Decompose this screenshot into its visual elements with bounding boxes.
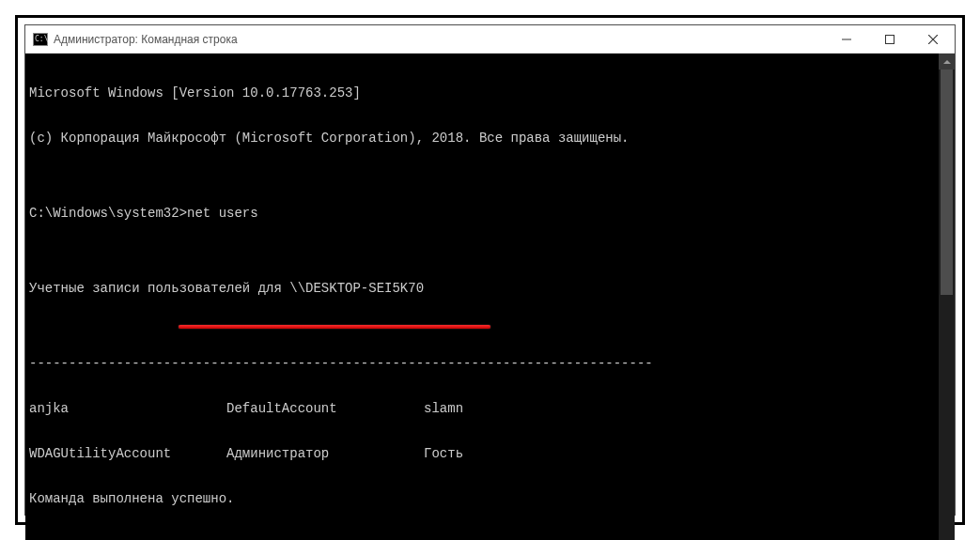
terminal-line: (c) Корпорация Майкрософт (Microsoft Cor… <box>29 131 935 146</box>
terminal-line: anjka DefaultAccount slamn <box>29 401 935 416</box>
title-left: Администратор: Командная строка <box>25 33 238 46</box>
terminal-line: ----------------------------------------… <box>29 356 935 371</box>
cmd-window: Администратор: Командная строка Microsof… <box>24 24 956 516</box>
annotation-underline <box>179 325 490 329</box>
screenshot-frame: Администратор: Командная строка Microsof… <box>15 15 965 525</box>
scrollbar-thumb[interactable] <box>941 69 953 295</box>
close-icon <box>928 35 938 44</box>
titlebar[interactable]: Администратор: Командная строка <box>25 25 955 54</box>
window-title: Администратор: Командная строка <box>54 33 238 46</box>
terminal-line: Команда выполнена успешно. <box>29 491 935 506</box>
terminal-line: WDAGUtilityAccount Администратор Гость <box>29 446 935 461</box>
close-button[interactable] <box>911 25 955 54</box>
scrollbar-track[interactable] <box>939 69 955 540</box>
cmd-icon <box>33 33 48 46</box>
minimize-button[interactable] <box>825 25 868 54</box>
terminal-line: Учетные записи пользователей для \\DESKT… <box>29 281 935 296</box>
client-area: Microsoft Windows [Version 10.0.17763.25… <box>25 54 955 540</box>
scroll-up-button[interactable] <box>939 54 955 69</box>
terminal-line: C:\Windows\system32>net users <box>29 206 935 221</box>
minimize-icon <box>842 35 851 44</box>
svg-rect-0 <box>886 35 894 43</box>
chevron-up-icon <box>943 58 951 66</box>
terminal-output[interactable]: Microsoft Windows [Version 10.0.17763.25… <box>25 54 939 540</box>
maximize-button[interactable] <box>868 25 911 54</box>
vertical-scrollbar[interactable] <box>939 54 955 540</box>
maximize-icon <box>885 35 894 44</box>
terminal-line: Microsoft Windows [Version 10.0.17763.25… <box>29 85 935 100</box>
